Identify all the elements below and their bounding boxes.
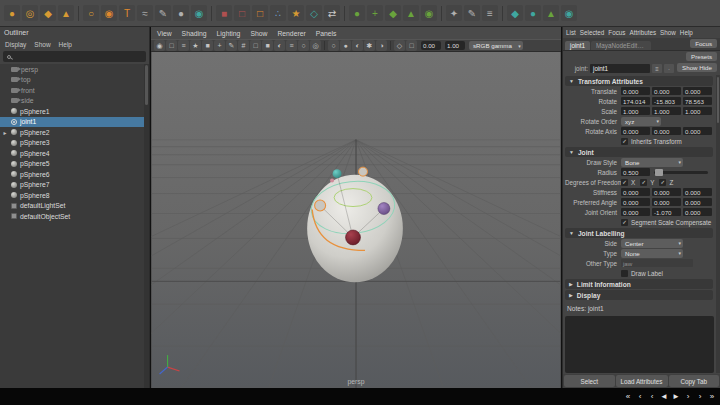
play-forwards-button[interactable]: ► [671, 391, 681, 403]
value-field[interactable]: 0.000 [652, 87, 681, 95]
value-field[interactable]: -1.070 [652, 208, 681, 216]
teal-sphere-icon[interactable]: ◉ [191, 5, 207, 21]
gold-star-icon[interactable]: ★ [288, 5, 304, 21]
top-right-blob[interactable] [358, 167, 367, 176]
curve-tool-icon[interactable]: ≈ [137, 5, 153, 21]
resolution-gate-icon[interactable]: ■ [262, 40, 273, 51]
outliner-item-psphere8[interactable]: pSphere8 [0, 190, 144, 201]
value-field[interactable]: 1.000 [683, 107, 712, 115]
node-menu-icon[interactable]: ≡ [652, 64, 662, 73]
grease-pencil-icon[interactable]: ✎ [226, 40, 237, 51]
copy-tab-button[interactable]: Copy Tab [669, 375, 720, 387]
value-field[interactable]: 1.000 [621, 107, 650, 115]
value-field[interactable]: 0.000 [652, 127, 681, 135]
poly-sphere-icon[interactable]: ◉ [101, 5, 117, 21]
field-chart-icon[interactable]: ≡ [286, 40, 297, 51]
red-lattice-icon[interactable]: ■ [216, 5, 232, 21]
step-back-key-button[interactable]: ‹ [635, 391, 645, 403]
value-field[interactable]: 0.000 [683, 208, 712, 216]
section-display[interactable]: ▶Display [565, 290, 713, 300]
ae-menu-focus[interactable]: Focus [608, 29, 625, 36]
ae-menu-attributes[interactable]: Attributes [629, 29, 656, 36]
image-plane-icon[interactable]: ■ [202, 40, 213, 51]
xray-mode-icon[interactable]: ◇ [394, 40, 405, 51]
value-field[interactable]: 0.000 [652, 188, 681, 196]
outliner-item-psphere6[interactable]: pSphere6 [0, 169, 144, 180]
outliner-item-psphere2[interactable]: ▸pSphere2 [0, 127, 144, 138]
transfer-arrows-icon[interactable]: ⇄ [324, 5, 340, 21]
textured-mode-icon[interactable]: ◐ [352, 40, 363, 51]
step-back-frame-button[interactable]: ‹ [647, 391, 657, 403]
text-tool-icon[interactable]: T [119, 5, 135, 21]
draw-style-dropdown[interactable]: Bone▾ [621, 158, 683, 167]
checkbox-segment-scale-compensate[interactable]: ✓ [621, 219, 628, 226]
green-ik-handle-icon[interactable]: ◆ [385, 5, 401, 21]
focus-button[interactable]: Focus [690, 39, 717, 48]
two-d-pan-zoom-icon[interactable]: + [214, 40, 225, 51]
center-joint-sphere[interactable] [346, 230, 361, 245]
step-forward-frame-button[interactable]: › [683, 391, 693, 403]
shaded-mode-icon[interactable]: ● [340, 40, 351, 51]
section-joint[interactable]: ▼Joint [565, 147, 713, 157]
ae-menu-selected[interactable]: Selected [580, 29, 605, 36]
value-field[interactable]: 0.000 [621, 198, 650, 206]
viewport-3d-scene[interactable] [151, 52, 561, 388]
safe-title-icon[interactable]: ◎ [310, 40, 321, 51]
node-name-field[interactable]: joint1 [590, 64, 650, 73]
outliner-item-psphere5[interactable]: pSphere5 [0, 159, 144, 170]
gray-sphere-icon[interactable]: ● [173, 5, 189, 21]
nurbs-circle-icon[interactable]: ○ [83, 5, 99, 21]
rotate-order-dropdown[interactable]: xyz▾ [621, 117, 661, 126]
checkbox-axis-z[interactable]: ✓ [659, 179, 666, 186]
red-cage-icon[interactable]: □ [234, 5, 250, 21]
value-field[interactable]: 0.000 [621, 87, 650, 95]
other-type-field[interactable]: jaw [621, 259, 693, 267]
checkbox-draw-label[interactable] [621, 270, 628, 277]
orange-cage-icon[interactable]: □ [252, 5, 268, 21]
ae-menu-show[interactable]: Show [660, 29, 676, 36]
viewport-menu-show[interactable]: Show [250, 30, 267, 37]
outliner-item-persp[interactable]: persp [0, 64, 144, 75]
scrollbar-thumb[interactable] [145, 65, 148, 105]
right-eye-sphere[interactable] [378, 203, 390, 215]
value-field[interactable]: 0.000 [621, 188, 650, 196]
node-pin-icon[interactable]: · [664, 64, 674, 73]
radius-slider[interactable] [654, 171, 708, 174]
viewport-menu-shading[interactable]: Shading [182, 30, 207, 37]
green-constraint-icon[interactable]: ◉ [421, 5, 437, 21]
go-to-end-button[interactable]: » [707, 391, 717, 403]
camera-attributes-icon[interactable]: ≡ [178, 40, 189, 51]
grid-toggle-icon[interactable]: # [238, 40, 249, 51]
shadows-icon[interactable]: ◑ [376, 40, 387, 51]
value-field[interactable]: 0.500 [621, 168, 650, 176]
select-button[interactable]: Select [564, 375, 615, 387]
green-joint-icon[interactable]: + [367, 5, 383, 21]
teal-character-icon[interactable]: ● [525, 5, 541, 21]
viewport-menu-renderer[interactable]: Renderer [277, 30, 305, 37]
load-attributes-button[interactable]: Load Attributes [616, 375, 668, 387]
camera-lock-icon[interactable]: □ [166, 40, 177, 51]
nurbs-sphere-icon[interactable]: ● [4, 5, 20, 21]
outliner-menu-display[interactable]: Display [5, 41, 26, 48]
section-transform-attributes[interactable]: ▼Transform Attributes [565, 76, 713, 86]
bookmarks-icon[interactable]: ★ [190, 40, 201, 51]
checkbox-axis-y[interactable]: ✓ [640, 179, 647, 186]
scrollbar-thumb[interactable] [717, 77, 719, 123]
value-field[interactable]: 0.000 [621, 208, 650, 216]
value-field[interactable]: 0.000 [683, 198, 712, 206]
value-field[interactable]: 0.000 [683, 188, 712, 196]
ruler-tool-icon[interactable]: ≡ [482, 5, 498, 21]
slider-handle[interactable] [655, 169, 663, 176]
viewport-canvas[interactable]: persp [151, 52, 561, 388]
outliner-item-defaultlightset[interactable]: defaultLightSet [0, 201, 144, 212]
ae-menu-help[interactable]: Help [680, 29, 693, 36]
exposure-field[interactable]: 0.00 [421, 41, 441, 50]
nurbs-cube-icon[interactable]: ◆ [40, 5, 56, 21]
expander-icon[interactable]: ▸ [2, 129, 8, 136]
show-hide-button[interactable]: Show Hide [677, 63, 717, 72]
view-transform-select[interactable]: sRGB gamma▾ [469, 41, 523, 50]
outliner-item-psphere1[interactable]: pSphere1 [0, 106, 144, 117]
viewport-menu-view[interactable]: View [157, 30, 172, 37]
pencil-tool-icon[interactable]: ✎ [464, 5, 480, 21]
checkbox-inherits-transform[interactable]: ✓ [621, 138, 628, 145]
